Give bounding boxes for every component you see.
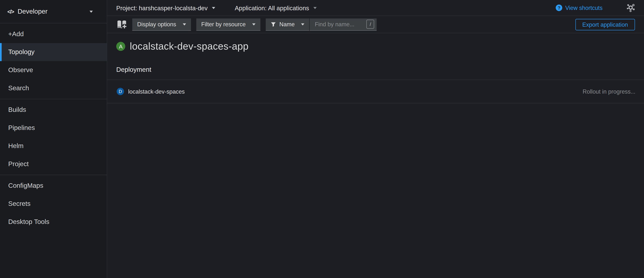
resource-list: D localstack-dev-spaces Rollout in progr…	[107, 80, 644, 104]
application-group-title: localstack-dev-spaces-app	[130, 41, 248, 52]
filter-by-resource-dropdown[interactable]: Filter by resource	[196, 18, 260, 31]
chevron-down-icon	[301, 23, 304, 25]
sidebar-item-secrets[interactable]: Secrets	[0, 195, 107, 213]
deployment-row[interactable]: D localstack-dev-spaces Rollout in progr…	[107, 80, 644, 103]
sidebar-item-add[interactable]: +Add	[0, 25, 107, 43]
name-filter-label: Name	[279, 21, 295, 27]
sidebar-item-label: +Add	[8, 30, 24, 37]
slash-shortcut-badge: /	[366, 20, 374, 29]
perspective-label: Developer	[18, 8, 48, 15]
project-selector[interactable]: Project: harshcasper-localsta-dev	[116, 4, 215, 11]
sidebar-item-builds[interactable]: Builds	[0, 101, 107, 119]
name-filter-dropdown[interactable]: Name	[266, 18, 310, 31]
nav-group-1: +Add Topology Observe Search	[0, 23, 107, 99]
sidebar-item-label: Topology	[8, 48, 34, 55]
filter-by-resource-label: Filter by resource	[201, 21, 246, 27]
sidebar-item-helm[interactable]: Helm	[0, 137, 107, 155]
sidebar-item-observe[interactable]: Observe	[0, 61, 107, 79]
chevron-down-icon	[90, 10, 93, 12]
resource-kind-heading: Deployment	[116, 65, 635, 74]
openshift-dev-console: </> Developer +Add Topology Observe Sear…	[0, 0, 644, 278]
sidebar-item-desktop-tools[interactable]: Desktop Tools	[0, 213, 107, 231]
deployment-name-link[interactable]: localstack-dev-spaces	[128, 88, 185, 95]
sidebar-item-topology[interactable]: Topology	[0, 43, 107, 61]
sidebar-item-label: Desktop Tools	[8, 218, 49, 225]
export-application-button[interactable]: Export application	[575, 19, 635, 30]
nav-group-2: Builds Pipelines Helm Project	[0, 99, 107, 175]
filter-funnel-icon	[271, 21, 276, 27]
chevron-down-icon	[183, 23, 186, 25]
view-shortcuts-label: View shortcuts	[565, 4, 602, 11]
topology-list-view: A localstack-dev-spaces-app Deployment D…	[107, 33, 644, 278]
sidebar-item-pipelines[interactable]: Pipelines	[0, 119, 107, 137]
sidebar-item-search[interactable]: Search	[0, 79, 107, 97]
chevron-down-icon	[252, 23, 256, 25]
sidebar-item-label: Project	[8, 160, 29, 167]
context-bar: Project: harshcasper-localsta-dev Applic…	[107, 0, 644, 16]
deployment-badge: D	[117, 88, 124, 95]
application-selector-label: Application: All applications	[235, 4, 309, 11]
application-badge: A	[116, 42, 125, 51]
sidebar-item-label: ConfigMaps	[8, 182, 43, 189]
sidebar: </> Developer +Add Topology Observe Sear…	[0, 0, 107, 278]
project-selector-label: Project: harshcasper-localsta-dev	[116, 4, 208, 11]
code-icon: </>	[8, 8, 14, 14]
deployment-status: Rollout in progress...	[582, 88, 635, 95]
find-by-name-field[interactable]: /	[310, 18, 377, 31]
sidebar-item-label: Observe	[8, 66, 33, 73]
sidebar-item-label: Builds	[8, 106, 26, 113]
topology-graph-view-icon[interactable]	[626, 3, 636, 12]
nav-group-3: ConfigMaps Secrets Desktop Tools	[0, 175, 107, 233]
application-group-header: A localstack-dev-spaces-app	[116, 40, 635, 53]
find-by-name-input[interactable]	[314, 20, 366, 28]
display-options-label: Display options	[137, 21, 176, 27]
sidebar-nav: +Add Topology Observe Search Builds Pipe…	[0, 23, 107, 233]
quick-search-book-icon[interactable]	[116, 19, 127, 29]
view-shortcuts-link[interactable]: ? View shortcuts	[556, 4, 602, 11]
sidebar-item-label: Search	[8, 84, 29, 91]
context-bar-right: ? View shortcuts	[556, 3, 636, 12]
sidebar-item-label: Pipelines	[8, 124, 35, 131]
display-options-dropdown[interactable]: Display options	[132, 18, 191, 31]
help-icon: ?	[556, 4, 562, 11]
sidebar-item-configmaps[interactable]: ConfigMaps	[0, 177, 107, 195]
main-column: Project: harshcasper-localsta-dev Applic…	[107, 0, 644, 278]
chevron-down-icon	[212, 7, 215, 9]
sidebar-item-project[interactable]: Project	[0, 155, 107, 173]
sidebar-item-label: Helm	[8, 142, 24, 149]
application-selector[interactable]: Application: All applications	[235, 4, 316, 11]
sidebar-item-label: Secrets	[8, 200, 30, 207]
topology-toolbar: Display options Filter by resource Name …	[107, 16, 644, 33]
perspective-switcher[interactable]: </> Developer	[0, 0, 107, 23]
chevron-down-icon	[313, 7, 316, 9]
